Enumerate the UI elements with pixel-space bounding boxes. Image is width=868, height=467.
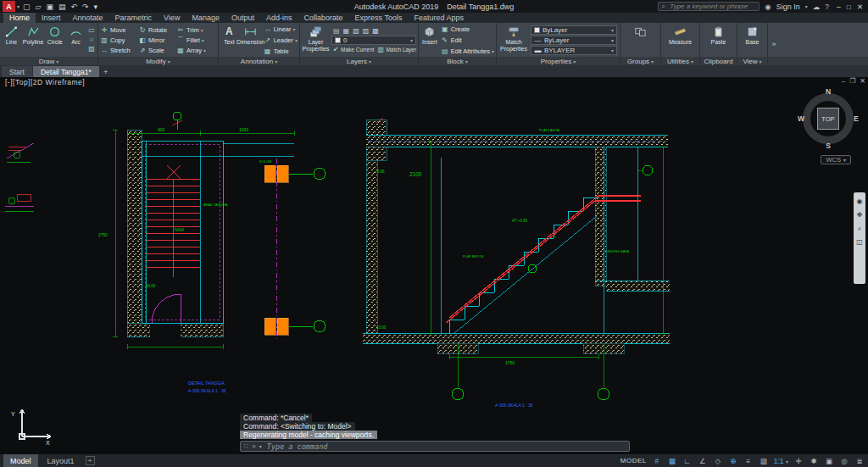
app-logo[interactable]: A xyxy=(3,1,15,12)
create-block-button[interactable]: ▣Create xyxy=(441,24,494,34)
panel-label-groups[interactable]: Groups▾ xyxy=(620,57,660,65)
arc-tool-button[interactable]: Arc xyxy=(66,24,86,56)
file-tab-start[interactable]: Start xyxy=(2,66,32,77)
isolate-objects-icon[interactable]: ◎ xyxy=(839,457,849,465)
doc-close-button[interactable]: ✕ xyxy=(860,77,865,85)
doc-restore-button[interactable]: ❐ xyxy=(849,77,855,85)
ribbon-overflow-button[interactable]: » xyxy=(768,23,780,65)
group-button[interactable] xyxy=(628,24,654,56)
tab-annotate[interactable]: Annotate xyxy=(67,13,109,23)
tab-collaborate[interactable]: Collaborate xyxy=(298,13,349,23)
scale-button[interactable]: ⇗Scale xyxy=(138,45,176,55)
layer-isolate-icon[interactable]: ▦ xyxy=(343,27,350,35)
stretch-button[interactable]: ↔Stretch xyxy=(100,45,138,55)
viewport-controls[interactable]: [-][Top][2D Wireframe] xyxy=(5,78,85,86)
measure-button[interactable]: Measure xyxy=(666,24,695,56)
ellipse-tool-icon[interactable]: ○ xyxy=(87,36,96,44)
panel-label-layers[interactable]: Layers▾ xyxy=(300,57,418,65)
new-file-icon[interactable]: ▢ xyxy=(23,3,31,11)
match-properties-button[interactable]: Match Properties xyxy=(498,24,529,56)
help-icon[interactable]: ? xyxy=(825,3,829,11)
text-tool-button[interactable]: A Text xyxy=(220,24,238,56)
paste-button[interactable]: Paste xyxy=(706,24,732,56)
panel-label-clipboard[interactable]: Clipboard xyxy=(700,57,737,65)
annotation-scale-control[interactable]: 1:1 ▾ xyxy=(774,457,788,465)
isodraft-toggle-icon[interactable]: ◇ xyxy=(713,457,723,465)
undo-icon[interactable]: ↶ xyxy=(70,3,77,11)
a360-cloud-icon[interactable]: ☁ xyxy=(813,3,821,11)
polar-tracking-icon[interactable]: ∠ xyxy=(698,457,708,465)
app-menu-chevron-icon[interactable]: ▾ xyxy=(17,3,19,9)
leader-button[interactable]: ↗Leader▾ xyxy=(264,35,298,45)
doc-minimize-button[interactable]: ‒ xyxy=(842,77,845,85)
lineweight-toggle-icon[interactable]: ≡ xyxy=(743,457,754,465)
viewcube-north[interactable]: N xyxy=(826,87,831,96)
annotation-monitor-icon[interactable]: ▣ xyxy=(824,457,834,465)
panel-label-block[interactable]: Block▾ xyxy=(419,57,496,65)
snap-toggle-icon[interactable]: ▦ xyxy=(667,457,677,465)
wcs-dropdown[interactable]: WCS ▾ xyxy=(821,155,851,164)
annotation-visibility-icon[interactable]: ✛ xyxy=(793,457,804,465)
tab-addins[interactable]: Add-ins xyxy=(260,13,298,23)
search-input[interactable] xyxy=(668,2,756,11)
new-drawing-tab-button[interactable]: + xyxy=(100,66,112,77)
panel-label-annotation[interactable]: Annotation▾ xyxy=(219,57,299,65)
maximize-button[interactable]: □ xyxy=(847,3,851,11)
pan-icon[interactable]: ✥ xyxy=(856,211,864,219)
plot-icon[interactable]: ▤ xyxy=(58,3,66,11)
layer-off-icon[interactable]: ▩ xyxy=(372,27,379,35)
tab-insert[interactable]: Insert xyxy=(36,13,67,23)
copy-button[interactable]: ▥Copy xyxy=(100,35,138,45)
panel-label-properties[interactable]: Properties▾ xyxy=(497,57,620,65)
model-tab[interactable]: Model xyxy=(3,454,38,467)
command-input-row[interactable]: ∷ > ▾ xyxy=(240,441,630,452)
transparency-toggle-icon[interactable]: ▨ xyxy=(759,457,769,465)
command-input[interactable] xyxy=(265,442,626,452)
fillet-button[interactable]: ⌒Fillet▾ xyxy=(176,35,214,45)
layer-dropdown[interactable]: 0 ▾ xyxy=(331,36,416,45)
move-button[interactable]: ✛Move xyxy=(100,25,138,35)
viewcube[interactable]: N S E W TOP xyxy=(798,89,858,148)
viewcube-west[interactable]: W xyxy=(798,114,804,123)
workspace-switcher-icon[interactable]: ✱ xyxy=(809,457,819,465)
make-current-button[interactable]: ✔Make Current xyxy=(331,46,374,53)
tab-express-tools[interactable]: Express Tools xyxy=(349,13,409,23)
minimize-button[interactable]: – xyxy=(837,3,841,11)
polyline-tool-button[interactable]: Polyline xyxy=(23,24,44,56)
model-space-canvas[interactable]: 21009001200NAIK2750±0.00ANAK TANGGAKOLOM… xyxy=(0,77,868,454)
chevron-down-icon[interactable]: ▾ xyxy=(259,443,262,449)
command-grip-icon[interactable]: ∷ xyxy=(244,442,248,450)
dimension-tool-button[interactable]: Dimension xyxy=(240,24,262,56)
qat-more-chevron-icon[interactable]: ▾ xyxy=(94,3,98,11)
panel-label-utilities[interactable]: Utilities▾ xyxy=(661,57,699,65)
close-button[interactable]: ✕ xyxy=(857,3,863,11)
ortho-toggle-icon[interactable]: ∟ xyxy=(682,457,693,465)
object-color-dropdown[interactable]: ByLayer▾ xyxy=(531,25,617,35)
object-snap-toggle-icon[interactable]: ⊕ xyxy=(728,457,738,465)
array-button[interactable]: ▦Array▾ xyxy=(176,45,214,55)
layer-lock-icon[interactable]: ▨ xyxy=(363,27,370,35)
lineweight-dropdown[interactable]: ▬BYLAYER▾ xyxy=(531,46,617,55)
rectangle-tool-icon[interactable]: ▭ xyxy=(87,26,96,35)
tab-featured-apps[interactable]: Featured Apps xyxy=(408,13,470,23)
viewcube-top-face[interactable]: TOP xyxy=(817,108,839,130)
linetype-dropdown[interactable]: —ByLayer▾ xyxy=(531,36,617,45)
layout1-tab[interactable]: Layout1 xyxy=(41,454,81,467)
zoom-icon[interactable]: ⌕ xyxy=(856,225,864,232)
customize-menu-icon[interactable]: ≣ xyxy=(854,457,865,465)
tab-view[interactable]: View xyxy=(158,13,186,23)
tab-manage[interactable]: Manage xyxy=(186,13,225,23)
hatch-tool-icon[interactable]: ▨ xyxy=(87,45,96,53)
full-navigation-wheel-icon[interactable]: ◉ xyxy=(856,197,864,205)
line-tool-button[interactable]: Line xyxy=(2,24,21,56)
file-tab-document[interactable]: Detail Tangga1* xyxy=(33,66,99,77)
tab-parametric[interactable]: Parametric xyxy=(109,13,159,23)
viewcube-south[interactable]: S xyxy=(826,142,831,150)
insert-block-button[interactable]: Insert xyxy=(420,24,439,56)
layer-freeze-icon[interactable]: ▧ xyxy=(353,27,359,35)
sign-in-button[interactable]: Sign In xyxy=(776,3,800,11)
circle-tool-button[interactable]: Circle xyxy=(45,24,64,56)
mirror-button[interactable]: ◧Mirror xyxy=(138,35,176,45)
layer-properties-button[interactable]: Layer Properties xyxy=(302,24,330,56)
viewcube-east[interactable]: E xyxy=(854,114,859,123)
